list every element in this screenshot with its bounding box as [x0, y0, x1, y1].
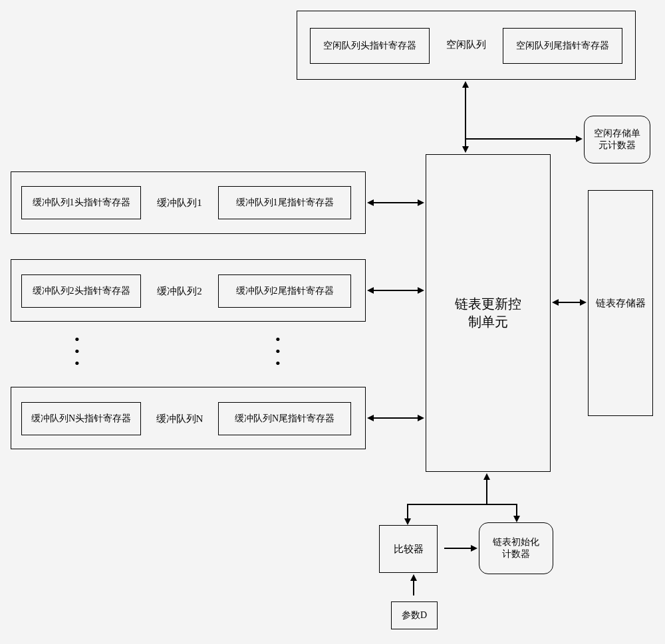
buffer-queue-2-tail-register: 缓冲队列2尾指针寄存器: [218, 274, 351, 308]
param-d: 参数D: [391, 601, 438, 629]
idle-queue-tail-register: 空闲队列尾指针寄存器: [503, 28, 622, 64]
buffer-queue-n-tail-register: 缓冲队列N尾指针寄存器: [218, 402, 351, 435]
comparator: 比较器: [379, 525, 438, 573]
ellipsis-left: •••: [74, 336, 80, 367]
buffer-queue-1-tail-register: 缓冲队列1尾指针寄存器: [218, 186, 351, 219]
buffer-queue-2-head-register: 缓冲队列2头指针寄存器: [21, 274, 141, 308]
idle-storage-unit-counter: 空闲存储单 元计数器: [584, 116, 650, 163]
buffer-queue-n-head-register: 缓冲队列N头指针寄存器: [21, 402, 141, 435]
buffer-queue-1-label: 缓冲队列1: [146, 193, 213, 213]
ellipsis-right: •••: [275, 336, 281, 367]
linked-list-init-counter: 链表初始化 计数器: [479, 522, 553, 574]
idle-queue-label: 空闲队列: [436, 35, 496, 54]
buffer-queue-1-head-register: 缓冲队列1头指针寄存器: [21, 186, 141, 219]
buffer-queue-2-label: 缓冲队列2: [146, 281, 213, 301]
linked-list-store: 链表存储器: [588, 190, 653, 416]
linked-list-update-control-unit: 链表更新控 制单元: [426, 154, 551, 472]
buffer-queue-n-label: 缓冲队列N: [146, 409, 213, 429]
idle-queue-head-register: 空闲队列头指针寄存器: [310, 28, 430, 64]
